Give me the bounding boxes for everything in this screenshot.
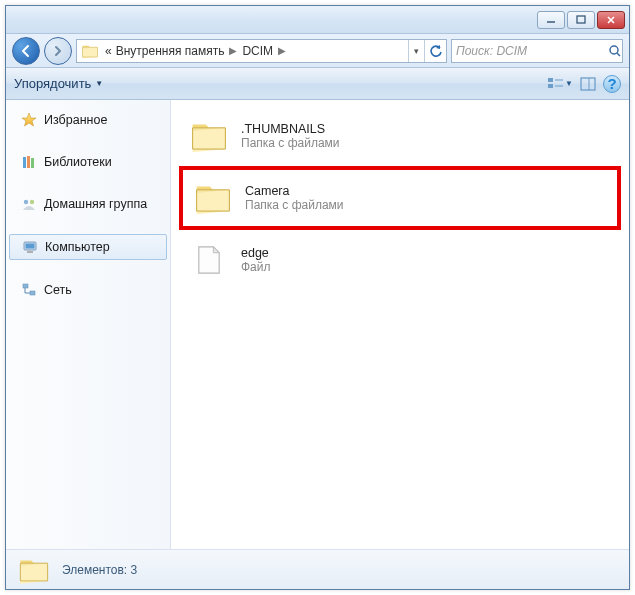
svg-rect-1 — [577, 16, 585, 23]
navbar: « Внутренняя память ▶ DCIM ▶ ▾ — [6, 34, 629, 68]
svg-rect-20 — [23, 284, 28, 288]
organize-button[interactable]: Упорядочить ▼ — [14, 76, 103, 91]
forward-button[interactable] — [44, 37, 72, 65]
svg-rect-19 — [27, 251, 33, 253]
chevron-icon[interactable]: ▶ — [275, 45, 289, 56]
svg-rect-14 — [31, 158, 34, 168]
svg-line-5 — [617, 53, 620, 56]
breadcrumb-item[interactable]: Внутренняя память — [114, 44, 227, 58]
list-item[interactable]: .THUMBNAILS Папка с файлами — [179, 110, 621, 162]
breadcrumb-prefix: « — [103, 44, 114, 58]
status-text: Элементов: 3 — [62, 563, 137, 577]
refresh-button[interactable] — [424, 40, 446, 62]
sidebar-label: Домашняя группа — [44, 197, 147, 211]
sidebar-label: Библиотеки — [44, 155, 112, 169]
folder-icon — [81, 42, 99, 60]
sidebar-item-network[interactable]: Сеть — [6, 278, 170, 302]
svg-rect-6 — [548, 78, 553, 82]
chevron-icon[interactable]: ▶ — [226, 45, 240, 56]
sidebar-label: Избранное — [44, 113, 107, 127]
sidebar-label: Сеть — [44, 283, 72, 297]
maximize-button[interactable] — [567, 11, 595, 29]
folder-icon — [16, 555, 52, 585]
toolbar: Упорядочить ▼ ▼ ? — [6, 68, 629, 100]
close-button[interactable] — [597, 11, 625, 29]
list-item[interactable]: Camera Папка с файлами — [179, 166, 621, 230]
file-type: Файл — [241, 260, 271, 274]
file-type: Папка с файлами — [245, 198, 344, 212]
file-icon — [187, 240, 231, 280]
minimize-button[interactable] — [537, 11, 565, 29]
svg-rect-10 — [581, 78, 595, 90]
svg-point-15 — [24, 200, 28, 204]
search-box[interactable] — [451, 39, 623, 63]
svg-rect-7 — [548, 84, 553, 88]
svg-point-16 — [30, 200, 34, 204]
search-icon — [607, 44, 622, 58]
back-button[interactable] — [12, 37, 40, 65]
file-list[interactable]: .THUMBNAILS Папка с файлами Camera Папка… — [171, 100, 629, 549]
svg-point-4 — [610, 46, 618, 54]
preview-pane-button[interactable] — [575, 73, 601, 95]
history-dropdown[interactable]: ▾ — [408, 40, 424, 62]
breadcrumb-item[interactable]: DCIM — [240, 44, 275, 58]
search-input[interactable] — [456, 44, 607, 58]
address-bar[interactable]: « Внутренняя память ▶ DCIM ▶ ▾ — [76, 39, 447, 63]
navigation-pane: Избранное Библиотеки Домашняя группа — [6, 100, 171, 549]
folder-icon — [191, 178, 235, 218]
svg-rect-18 — [26, 244, 35, 249]
svg-rect-12 — [23, 157, 26, 168]
organize-label: Упорядочить — [14, 76, 91, 91]
titlebar — [6, 6, 629, 34]
star-icon — [20, 111, 38, 129]
file-name: edge — [241, 246, 271, 260]
sidebar-item-computer[interactable]: Компьютер — [9, 234, 167, 260]
status-bar: Элементов: 3 — [6, 549, 629, 589]
sidebar-label: Компьютер — [45, 240, 110, 254]
explorer-window: « Внутренняя память ▶ DCIM ▶ ▾ Упорядочи… — [5, 5, 630, 590]
file-name: .THUMBNAILS — [241, 122, 340, 136]
sidebar-item-favorites[interactable]: Избранное — [6, 108, 170, 132]
help-button[interactable]: ? — [603, 75, 621, 93]
view-options-button[interactable]: ▼ — [547, 73, 573, 95]
file-type: Папка с файлами — [241, 136, 340, 150]
network-icon — [20, 281, 38, 299]
libraries-icon — [20, 153, 38, 171]
computer-icon — [21, 238, 39, 256]
file-name: Camera — [245, 184, 344, 198]
svg-rect-13 — [27, 156, 30, 168]
chevron-down-icon: ▼ — [95, 79, 103, 88]
homegroup-icon — [20, 195, 38, 213]
sidebar-item-libraries[interactable]: Библиотеки — [6, 150, 170, 174]
list-item[interactable]: edge Файл — [179, 234, 621, 286]
body: Избранное Библиотеки Домашняя группа — [6, 100, 629, 549]
folder-icon — [187, 116, 231, 156]
svg-rect-21 — [30, 291, 35, 295]
sidebar-item-homegroup[interactable]: Домашняя группа — [6, 192, 170, 216]
